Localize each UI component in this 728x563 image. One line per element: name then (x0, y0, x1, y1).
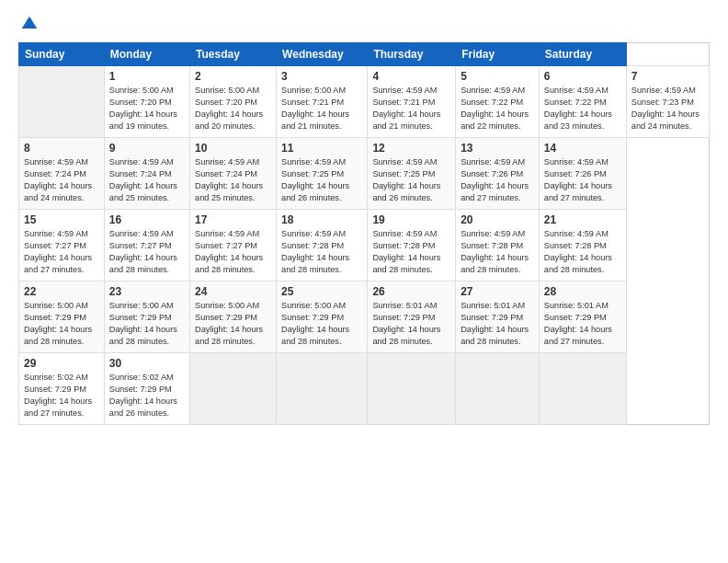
svg-marker-0 (22, 17, 38, 29)
sunset-text: Sunset: 7:29 PM (195, 313, 257, 322)
daylight-text: Daylight: 14 hours and 28 minutes. (109, 325, 177, 346)
day-detail: Sunrise: 5:00 AMSunset: 7:21 PMDaylight:… (281, 85, 362, 132)
daylight-text: Daylight: 14 hours and 28 minutes. (281, 253, 349, 274)
sunset-text: Sunset: 7:28 PM (544, 241, 607, 250)
sunset-text: Sunset: 7:20 PM (109, 98, 172, 107)
daylight-text: Daylight: 14 hours and 25 minutes. (109, 181, 177, 202)
calendar-table: SundayMondayTuesdayWednesdayThursdayFrid… (18, 42, 710, 425)
sunrise-text: Sunrise: 5:00 AM (281, 301, 346, 310)
day-detail: Sunrise: 4:59 AMSunset: 7:26 PMDaylight:… (544, 156, 621, 204)
sunset-text: Sunset: 7:29 PM (24, 313, 86, 322)
day-number: 24 (195, 285, 271, 298)
day-detail: Sunrise: 4:59 AMSunset: 7:24 PMDaylight:… (109, 156, 185, 204)
calendar-cell: 9Sunrise: 4:59 AMSunset: 7:24 PMDaylight… (104, 138, 189, 210)
daylight-text: Daylight: 14 hours and 26 minutes. (109, 396, 177, 418)
day-number: 2 (195, 70, 271, 83)
day-detail: Sunrise: 5:00 AMSunset: 7:29 PMDaylight:… (195, 300, 271, 348)
day-number: 22 (24, 285, 99, 298)
calendar-cell (277, 353, 368, 425)
daylight-text: Daylight: 14 hours and 24 minutes. (631, 109, 700, 131)
calendar-cell: 22Sunrise: 5:00 AMSunset: 7:29 PMDayligh… (19, 282, 105, 353)
day-number: 23 (109, 285, 185, 298)
sunrise-text: Sunrise: 4:59 AM (24, 229, 88, 238)
sunset-text: Sunset: 7:28 PM (281, 241, 344, 250)
sunset-text: Sunset: 7:26 PM (461, 169, 523, 178)
sunset-text: Sunset: 7:29 PM (544, 313, 607, 322)
day-detail: Sunrise: 4:59 AMSunset: 7:25 PMDaylight:… (372, 156, 450, 204)
calendar-cell: 6Sunrise: 4:59 AMSunset: 7:22 PMDaylight… (539, 66, 626, 138)
daylight-text: Daylight: 14 hours and 28 minutes. (24, 325, 92, 346)
calendar-cell: 8Sunrise: 4:59 AMSunset: 7:24 PMDaylight… (19, 138, 105, 210)
calendar-cell: 30Sunrise: 5:02 AMSunset: 7:29 PMDayligh… (104, 353, 189, 425)
sunrise-text: Sunrise: 5:00 AM (109, 86, 174, 95)
sunrise-text: Sunrise: 4:59 AM (195, 229, 259, 238)
sunrise-text: Sunrise: 5:01 AM (461, 301, 525, 310)
day-number: 21 (544, 213, 621, 226)
calendar-cell: 23Sunrise: 5:00 AMSunset: 7:29 PMDayligh… (104, 282, 189, 353)
calendar-cell: 7Sunrise: 4:59 AMSunset: 7:23 PMDaylight… (626, 66, 709, 138)
calendar-cell: 16Sunrise: 4:59 AMSunset: 7:27 PMDayligh… (104, 210, 189, 282)
daylight-text: Daylight: 14 hours and 28 minutes. (109, 253, 177, 274)
sunrise-text: Sunrise: 4:59 AM (372, 157, 437, 167)
day-number: 16 (109, 213, 185, 226)
daylight-text: Daylight: 14 hours and 28 minutes. (372, 253, 440, 274)
day-detail: Sunrise: 5:01 AMSunset: 7:29 PMDaylight:… (544, 300, 621, 348)
calendar-cell (190, 353, 277, 425)
day-detail: Sunrise: 4:59 AMSunset: 7:22 PMDaylight:… (544, 85, 621, 132)
sunset-text: Sunset: 7:21 PM (372, 98, 435, 107)
day-number: 4 (372, 70, 450, 83)
day-detail: Sunrise: 4:59 AMSunset: 7:28 PMDaylight:… (544, 228, 621, 276)
daylight-text: Daylight: 14 hours and 27 minutes. (24, 253, 92, 274)
calendar-cell: 19Sunrise: 4:59 AMSunset: 7:28 PMDayligh… (368, 210, 456, 282)
calendar-cell: 29Sunrise: 5:02 AMSunset: 7:29 PMDayligh… (19, 353, 105, 425)
calendar-cell: 14Sunrise: 4:59 AMSunset: 7:26 PMDayligh… (539, 138, 626, 210)
day-number: 25 (281, 285, 362, 298)
sunset-text: Sunset: 7:27 PM (195, 241, 257, 250)
sunset-text: Sunset: 7:22 PM (461, 98, 523, 107)
day-number: 26 (372, 285, 450, 298)
day-detail: Sunrise: 4:59 AMSunset: 7:28 PMDaylight:… (461, 228, 534, 276)
day-detail: Sunrise: 5:01 AMSunset: 7:29 PMDaylight:… (461, 300, 534, 348)
sunrise-text: Sunrise: 4:59 AM (631, 86, 696, 95)
day-detail: Sunrise: 4:59 AMSunset: 7:25 PMDaylight:… (281, 156, 362, 204)
day-number: 29 (24, 357, 99, 370)
calendar-cell: 12Sunrise: 4:59 AMSunset: 7:25 PMDayligh… (368, 138, 456, 210)
sunset-text: Sunset: 7:29 PM (461, 313, 523, 322)
sunrise-text: Sunrise: 4:59 AM (544, 229, 609, 238)
sunset-text: Sunset: 7:29 PM (109, 385, 172, 394)
daylight-text: Daylight: 14 hours and 27 minutes. (24, 396, 92, 418)
sunrise-text: Sunrise: 4:59 AM (195, 157, 259, 167)
sunrise-text: Sunrise: 4:59 AM (544, 86, 609, 95)
day-number: 8 (24, 142, 99, 155)
calendar-cell: 27Sunrise: 5:01 AMSunset: 7:29 PMDayligh… (456, 282, 540, 353)
daylight-text: Daylight: 14 hours and 26 minutes. (281, 181, 349, 202)
day-number: 18 (281, 213, 362, 226)
day-number: 15 (24, 213, 99, 226)
weekday-saturday: Saturday (539, 43, 626, 66)
daylight-text: Daylight: 14 hours and 22 minutes. (461, 109, 529, 131)
sunset-text: Sunset: 7:28 PM (372, 241, 435, 250)
sunrise-text: Sunrise: 4:59 AM (544, 157, 609, 167)
day-detail: Sunrise: 5:01 AMSunset: 7:29 PMDaylight:… (372, 300, 450, 348)
calendar-cell: 10Sunrise: 4:59 AMSunset: 7:24 PMDayligh… (190, 138, 277, 210)
calendar-cell: 24Sunrise: 5:00 AMSunset: 7:29 PMDayligh… (190, 282, 277, 353)
daylight-text: Daylight: 14 hours and 28 minutes. (281, 325, 349, 346)
weekday-wednesday: Wednesday (277, 43, 368, 66)
calendar-cell (19, 66, 105, 138)
day-detail: Sunrise: 4:59 AMSunset: 7:27 PMDaylight:… (109, 228, 185, 276)
sunrise-text: Sunrise: 4:59 AM (372, 229, 437, 238)
day-detail: Sunrise: 5:00 AMSunset: 7:29 PMDaylight:… (24, 300, 99, 348)
sunset-text: Sunset: 7:26 PM (544, 169, 607, 178)
day-number: 19 (372, 213, 450, 226)
sunset-text: Sunset: 7:25 PM (372, 169, 435, 178)
calendar-cell: 5Sunrise: 4:59 AMSunset: 7:22 PMDaylight… (456, 66, 540, 138)
sunset-text: Sunset: 7:29 PM (24, 385, 86, 394)
sunrise-text: Sunrise: 4:59 AM (372, 86, 437, 95)
daylight-text: Daylight: 14 hours and 23 minutes. (544, 109, 612, 131)
calendar-cell: 28Sunrise: 5:01 AMSunset: 7:29 PMDayligh… (539, 282, 626, 353)
sunset-text: Sunset: 7:24 PM (195, 169, 257, 178)
calendar-cell: 21Sunrise: 4:59 AMSunset: 7:28 PMDayligh… (539, 210, 626, 282)
sunset-text: Sunset: 7:24 PM (24, 169, 86, 178)
calendar-cell: 26Sunrise: 5:01 AMSunset: 7:29 PMDayligh… (368, 282, 456, 353)
calendar-cell (539, 353, 626, 425)
